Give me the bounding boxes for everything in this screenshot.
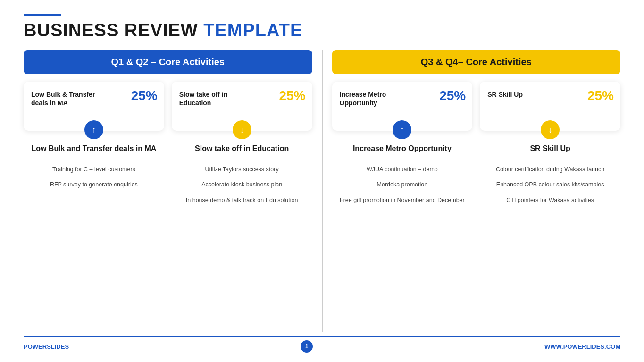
card-right-1-percent: 25%	[439, 88, 466, 103]
card-left-2: Slow take off in Education 25% ↓	[172, 82, 312, 131]
left-bottom-title-2: Slow take off in Education	[172, 144, 312, 154]
card-right-2-text: SR Skill Up	[487, 90, 569, 99]
list-item: Enhanced OPB colour sales kits/samples	[480, 177, 620, 193]
card-right-2: SR Skill Up 25% ↓	[480, 82, 620, 131]
card-right-1-icon: ↑	[393, 120, 411, 139]
card-right-2-percent: 25%	[587, 88, 614, 103]
left-section-header: Q1 & Q2 – Core Activities	[24, 50, 312, 74]
page-container: BUSINESS REVIEW TEMPLATE Q1 & Q2 – Core …	[0, 0, 644, 362]
vertical-divider	[322, 50, 323, 332]
arrow-up-icon: ↑	[400, 125, 404, 135]
left-bullet-list-2: Utilize Taylors success story Accelerate…	[172, 162, 312, 208]
list-item: Accelerate kiosk business plan	[172, 177, 312, 193]
card-left-1-icon: ↑	[84, 120, 103, 139]
arrow-down-icon: ↓	[240, 125, 244, 135]
left-bottom-item-1: Low Bulk and Transfer deals in MA Traini…	[24, 144, 164, 332]
right-bottom-title-2: SR Skill Up	[480, 144, 620, 154]
list-item: Colour certification during Wakasa launc…	[480, 162, 620, 178]
card-left-2-percent: 25%	[279, 88, 305, 103]
list-item: RFP survey to generate enquiries	[24, 177, 164, 193]
title-black: BUSINESS REVIEW	[24, 20, 198, 40]
right-section: Q3 & Q4– Core Activities Increase Metro …	[332, 50, 621, 332]
left-bottom-row: Low Bulk and Transfer deals in MA Traini…	[24, 144, 312, 332]
title-blue: TEMPLATE	[203, 20, 302, 40]
main-content: Q1 & Q2 – Core Activities Low Bulk & Tra…	[24, 50, 620, 332]
footer-page-number: 1	[301, 340, 313, 353]
footer-brand: POWERSLIDES	[24, 343, 69, 350]
card-left-1-text: Low Bulk & Transfer deals in MA	[31, 90, 113, 107]
left-bullet-list-1: Training for C – level customers RFP sur…	[24, 162, 164, 193]
right-bottom-item-1: Increase Metro Opportunity WJUA continua…	[332, 144, 473, 332]
footer-url: WWW.POWERLIDES.COM	[544, 343, 620, 350]
arrow-up-icon: ↑	[92, 125, 96, 135]
list-item: Merdeka promotion	[332, 177, 473, 193]
card-right-1-text: Increase Metro Opportunity	[340, 90, 421, 107]
footer-brand-blue: SLIDES	[47, 343, 69, 350]
footer: POWERSLIDES 1 WWW.POWERLIDES.COM	[24, 336, 620, 353]
right-bullet-list-1: WJUA continuation – demo Merdeka promoti…	[332, 162, 473, 208]
list-item: Utilize Taylors success story	[172, 162, 312, 178]
card-right-1: Increase Metro Opportunity 25% ↑	[332, 82, 473, 131]
arrow-down-icon: ↓	[548, 125, 552, 135]
footer-brand-black: POWER	[24, 343, 47, 350]
right-bottom-row: Increase Metro Opportunity WJUA continua…	[332, 144, 621, 332]
right-section-header: Q3 & Q4– Core Activities	[332, 50, 621, 74]
header-accent-line	[24, 14, 61, 16]
card-left-2-text: Slow take off in Education	[179, 90, 261, 107]
card-left-1: Low Bulk & Transfer deals in MA 25% ↑	[24, 82, 164, 131]
list-item: Training for C – level customers	[24, 162, 164, 178]
list-item: CTI pointers for Wakasa activities	[480, 193, 620, 208]
card-left-2-icon: ↓	[233, 120, 251, 139]
list-item: Free gift promotion in November and Dece…	[332, 193, 473, 208]
card-left-1-percent: 25%	[131, 88, 158, 103]
right-cards-row: Increase Metro Opportunity 25% ↑ SR Skil…	[332, 82, 621, 131]
left-bottom-item-2: Slow take off in Education Utilize Taylo…	[172, 144, 312, 332]
right-bottom-title-1: Increase Metro Opportunity	[332, 144, 473, 154]
header: BUSINESS REVIEW TEMPLATE	[24, 14, 620, 41]
page-title: BUSINESS REVIEW TEMPLATE	[24, 21, 620, 41]
list-item: In house demo & talk track on Edu soluti…	[172, 193, 312, 208]
left-section: Q1 & Q2 – Core Activities Low Bulk & Tra…	[24, 50, 312, 332]
left-bottom-title-1: Low Bulk and Transfer deals in MA	[24, 144, 164, 154]
right-bottom-item-2: SR Skill Up Colour certification during …	[480, 144, 620, 332]
list-item: WJUA continuation – demo	[332, 162, 473, 178]
card-right-2-icon: ↓	[541, 120, 560, 139]
left-cards-row: Low Bulk & Transfer deals in MA 25% ↑ Sl…	[24, 82, 312, 131]
right-bullet-list-2: Colour certification during Wakasa launc…	[480, 162, 620, 208]
